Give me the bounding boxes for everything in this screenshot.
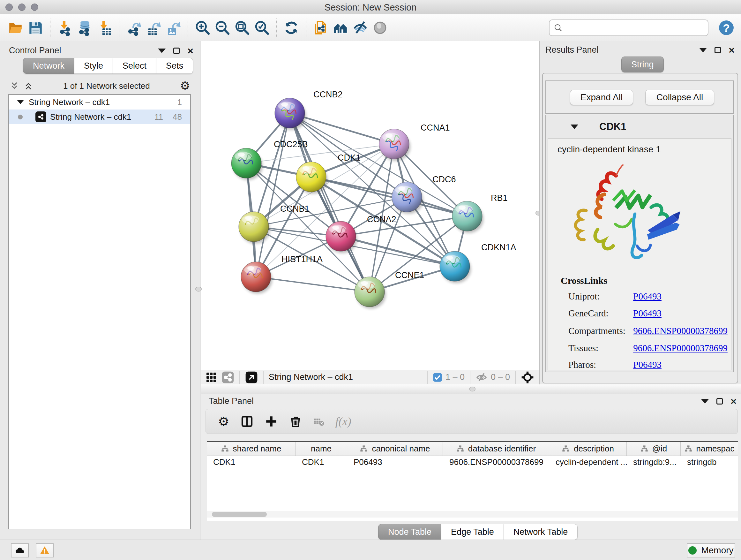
add-column-icon[interactable] xyxy=(265,415,278,428)
tab-style[interactable]: Style xyxy=(74,58,113,74)
zoom-out-icon[interactable] xyxy=(212,18,232,38)
warning-button[interactable] xyxy=(36,543,54,557)
search-box[interactable] xyxy=(549,19,709,36)
zoom-fit-icon[interactable] xyxy=(232,18,252,38)
table-horizontal-scrollbar[interactable] xyxy=(207,511,738,517)
crosslink-link[interactable]: P06493 xyxy=(633,360,662,370)
network-edge[interactable] xyxy=(256,144,394,277)
toolbar-separator xyxy=(306,18,307,37)
export-table-icon[interactable] xyxy=(144,18,163,38)
refresh-icon[interactable] xyxy=(281,18,301,38)
import-network-icon[interactable] xyxy=(55,18,75,38)
expand-all-button[interactable]: Expand All xyxy=(570,90,633,105)
expand-all-icon[interactable] xyxy=(23,81,33,91)
crosslink-row: Uniprot: P06493 xyxy=(568,291,728,302)
network-collection-row[interactable]: String Network – cdk1 1 xyxy=(9,95,190,110)
left-splitter-grip[interactable] xyxy=(195,287,202,292)
column-header[interactable]: canonical name xyxy=(347,442,443,455)
column-header[interactable]: name xyxy=(295,442,347,455)
open-file-icon[interactable] xyxy=(6,18,25,38)
cell-database-identifier[interactable]: 9606.ENSP00000378699 xyxy=(443,456,549,468)
table-row[interactable]: CDK1 CDK1 P06493 9606.ENSP00000378699 cy… xyxy=(207,456,738,468)
memory-button[interactable]: Memory xyxy=(687,543,735,557)
horizontal-splitter[interactable] xyxy=(201,384,741,394)
save-session-icon[interactable] xyxy=(25,18,45,38)
node-label: CCNA2 xyxy=(367,214,396,224)
close-panel-icon[interactable]: × xyxy=(187,48,193,54)
zoom-selected-icon[interactable] xyxy=(252,18,272,38)
crosslink-label: Pharos: xyxy=(568,360,631,370)
birds-eye-crosshair-icon[interactable] xyxy=(521,371,534,384)
import-network-from-database-icon[interactable] xyxy=(75,18,94,38)
section-collapse-icon[interactable] xyxy=(570,125,578,129)
string-network-icon xyxy=(36,111,46,122)
hidden-eye-icon[interactable] xyxy=(475,371,488,383)
open-in-window-icon[interactable] xyxy=(245,371,258,384)
float-panel-icon[interactable] xyxy=(701,399,709,403)
hide-selected-icon[interactable] xyxy=(350,18,370,38)
maximize-panel-icon[interactable] xyxy=(717,398,723,405)
network-options-gear-icon[interactable]: ⚙ xyxy=(180,79,190,92)
table-options-gear-icon[interactable]: ⚙ xyxy=(218,415,229,428)
network-canvas[interactable]: CCNB2CCNA1CDC25BCDK1CDC6RB1CCNB1CCNA2CDK… xyxy=(201,41,539,370)
network-node-CDKN1A[interactable]: CDKN1A xyxy=(440,243,516,283)
cell-namespace[interactable]: stringdb xyxy=(681,456,738,468)
tab-network-table[interactable]: Network Table xyxy=(504,524,578,540)
column-header[interactable]: database identifier xyxy=(443,442,549,455)
scrollbar-thumb[interactable] xyxy=(212,512,267,517)
tab-network[interactable]: Network xyxy=(23,58,74,74)
tab-edge-table[interactable]: Edge Table xyxy=(441,524,504,540)
cell-shared-name[interactable]: CDK1 xyxy=(207,456,295,468)
column-header[interactable]: shared name xyxy=(207,442,295,455)
network-edge[interactable] xyxy=(256,277,369,292)
column-header[interactable]: description xyxy=(549,442,627,455)
network-node-CCNA1[interactable]: CCNA1 xyxy=(379,123,450,161)
collapse-all-button[interactable]: Collapse All xyxy=(645,90,714,105)
tab-select[interactable]: Select xyxy=(113,58,156,74)
copy-style-icon[interactable] xyxy=(311,18,331,38)
import-table-icon[interactable] xyxy=(94,18,114,38)
cell-description[interactable]: cyclin-dependent ... xyxy=(549,456,627,468)
selected-checkbox-icon[interactable] xyxy=(433,373,442,382)
share-view-icon[interactable] xyxy=(221,371,234,384)
network-node-HIST1H1A[interactable]: HIST1H1A xyxy=(241,254,323,294)
cloud-button[interactable] xyxy=(11,543,29,557)
export-network-icon[interactable] xyxy=(124,18,144,38)
zoom-in-icon[interactable] xyxy=(193,18,212,38)
network-edge[interactable] xyxy=(256,113,290,277)
tab-sets[interactable]: Sets xyxy=(156,58,193,74)
column-header[interactable]: @id xyxy=(627,442,681,455)
show-columns-icon[interactable] xyxy=(240,415,254,428)
memory-label: Memory xyxy=(701,545,733,556)
crosslink-link[interactable]: 9606.ENSP00000378699 xyxy=(633,343,728,353)
column-header[interactable]: namespac xyxy=(681,442,738,455)
collapse-all-icon[interactable] xyxy=(10,81,19,91)
cell-canonical-name[interactable]: P06493 xyxy=(347,456,443,468)
search-input[interactable] xyxy=(563,21,704,35)
first-neighbors-icon[interactable] xyxy=(331,18,350,38)
maximize-panel-icon[interactable] xyxy=(715,47,721,53)
crosslink-link[interactable]: P06493 xyxy=(633,308,662,318)
help-icon[interactable]: ? xyxy=(718,19,735,37)
tab-node-table[interactable]: Node Table xyxy=(378,524,441,540)
grid-view-icon[interactable] xyxy=(205,372,217,383)
delete-column-icon[interactable] xyxy=(289,415,302,428)
crosslink-link[interactable]: 9606.ENSP00000378699 xyxy=(633,326,728,336)
cell-id[interactable]: stringdb:9... xyxy=(627,456,681,468)
show-all-icon[interactable] xyxy=(370,18,390,38)
tab-string[interactable]: String xyxy=(621,57,664,72)
close-panel-icon[interactable]: × xyxy=(731,398,737,405)
close-panel-icon[interactable]: × xyxy=(729,47,735,53)
network-node-CDC6[interactable]: CDC6 xyxy=(392,175,456,214)
export-image-icon[interactable] xyxy=(163,18,183,38)
splitter-grip[interactable] xyxy=(469,387,475,391)
float-panel-icon[interactable] xyxy=(158,49,165,53)
network-row-selected[interactable]: String Network – cdk1 11 48 xyxy=(9,110,190,124)
cell-name[interactable]: CDK1 xyxy=(295,456,347,468)
crosslink-link[interactable]: P06493 xyxy=(633,291,662,301)
protein-structure-image xyxy=(562,157,690,269)
collection-expand-icon[interactable] xyxy=(17,100,23,104)
network-node-RB1[interactable]: RB1 xyxy=(452,193,508,233)
maximize-panel-icon[interactable] xyxy=(173,48,180,54)
float-panel-icon[interactable] xyxy=(699,48,707,52)
